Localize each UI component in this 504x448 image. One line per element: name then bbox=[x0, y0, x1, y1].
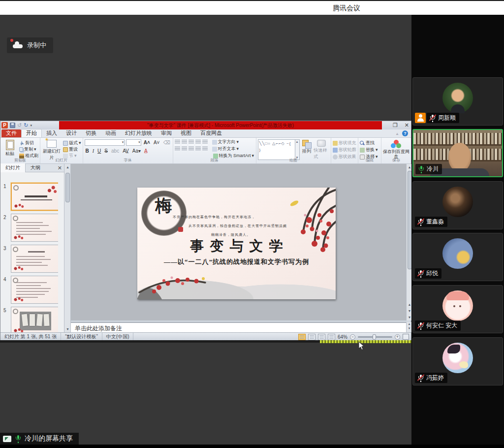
slide-thumbnail-2[interactable] bbox=[11, 214, 58, 242]
tab-file[interactable]: 文件 bbox=[1, 129, 21, 137]
taskbar-sliver bbox=[320, 340, 411, 343]
columns-icon[interactable] bbox=[202, 147, 208, 151]
align-text-button[interactable]: 对齐文本 ▾ bbox=[212, 146, 239, 152]
text-shadow-button[interactable]: abc bbox=[110, 148, 120, 154]
thumbnail-scrollbar[interactable]: ▲ ▼ bbox=[64, 164, 71, 332]
notes-pane[interactable]: 单击此处添加备注 bbox=[71, 322, 406, 332]
tab-animations[interactable]: 动画 bbox=[101, 129, 121, 137]
close-window-button[interactable]: ✕ bbox=[405, 122, 409, 129]
help-icon[interactable]: ? bbox=[402, 130, 408, 136]
align-right-icon[interactable] bbox=[189, 147, 194, 151]
align-left-icon[interactable] bbox=[175, 147, 180, 151]
strikethrough-button[interactable]: S bbox=[103, 148, 109, 154]
slide-canvas[interactable]: 梅 不畏严寒的梅在暮色中争艳，梅开在天寒地冻， 从不畏寒风凛冽，独自傲然绽放，在… bbox=[137, 188, 336, 299]
clear-formatting-button[interactable]: ⌫ bbox=[162, 139, 171, 146]
scroll-down-icon[interactable]: ▼ bbox=[64, 326, 71, 332]
tab-transitions[interactable]: 切换 bbox=[81, 129, 101, 137]
participant-tile-dong[interactable]: 董鑫淼 bbox=[412, 181, 503, 229]
font-name-combobox[interactable] bbox=[85, 139, 125, 146]
participant-tile-he[interactable]: 何安仁 安大 bbox=[412, 285, 503, 333]
cut-button[interactable]: 剪切 bbox=[19, 140, 38, 146]
avatar bbox=[442, 290, 473, 321]
tab-home[interactable]: 开始 bbox=[21, 129, 42, 137]
slideshow-view-button[interactable] bbox=[328, 334, 335, 340]
zoom-in-button[interactable]: + bbox=[395, 334, 400, 340]
save-to-baidu-button[interactable]: 保存到百度网盘 bbox=[383, 139, 410, 159]
text-direction-icon bbox=[212, 140, 217, 145]
grow-font-button[interactable]: A˄ bbox=[143, 139, 151, 146]
slide-thumbnail-3[interactable] bbox=[11, 245, 58, 273]
zoom-slider[interactable] bbox=[358, 336, 392, 338]
reset-icon bbox=[63, 147, 68, 152]
text-direction-button[interactable]: 文字方向 ▾ bbox=[212, 139, 239, 145]
reset-button[interactable]: 重设 bbox=[63, 147, 81, 152]
paste-button[interactable]: 粘贴 bbox=[2, 139, 18, 157]
shapes-gallery[interactable]: ╲╲□○ △⌐⌐◇ ~{ } bbox=[258, 139, 295, 160]
decrease-indent-icon[interactable] bbox=[189, 140, 194, 144]
shapes-gallery-scroll[interactable]: ▲▼ bbox=[295, 139, 300, 160]
panel-close-icon[interactable]: ✕ bbox=[58, 165, 62, 171]
normal-view-button[interactable] bbox=[298, 334, 306, 340]
thumb-number: 3 bbox=[3, 246, 10, 251]
collapse-ribbon-icon[interactable]: ▵ bbox=[396, 131, 398, 136]
align-center-icon[interactable] bbox=[182, 147, 187, 151]
line-spacing-icon[interactable] bbox=[202, 140, 208, 144]
slide-thumbnail-4[interactable] bbox=[11, 276, 58, 304]
replace-button[interactable]: 替换 ▾ bbox=[360, 147, 379, 153]
shape-fill-button[interactable]: 形状填充 bbox=[333, 140, 356, 146]
redo-icon[interactable]: ↻ bbox=[24, 122, 28, 128]
screen-share-label: 冷川的屏幕共享 bbox=[25, 434, 73, 443]
reading-view-button[interactable] bbox=[318, 334, 325, 340]
copy-button[interactable]: 复制 ▾ bbox=[19, 147, 38, 152]
increase-indent-icon[interactable] bbox=[195, 140, 201, 144]
recording-badge[interactable]: 录制中 bbox=[7, 37, 53, 53]
scroll-up-icon[interactable]: ▲ bbox=[64, 164, 71, 170]
panel-tab-outline[interactable]: 大纲 bbox=[26, 163, 45, 172]
thumbnail-scrollbar-handle[interactable] bbox=[65, 173, 70, 202]
italic-button[interactable]: I bbox=[92, 148, 95, 154]
restore-window-button[interactable]: ❐ bbox=[393, 122, 398, 129]
fit-to-window-button[interactable] bbox=[403, 334, 409, 340]
qat-dropdown-icon[interactable]: ▾ bbox=[30, 124, 32, 128]
quick-styles-button[interactable]: 快速样式 bbox=[314, 139, 329, 160]
justify-icon[interactable] bbox=[195, 147, 201, 151]
participant-tile-leng[interactable]: 冷川 bbox=[412, 129, 503, 177]
group-shape-effects: 形状填充 形状轮廓 形状效果 bbox=[331, 138, 358, 163]
find-button[interactable]: 查找 bbox=[360, 140, 379, 146]
zoom-out-button[interactable]: − bbox=[350, 334, 355, 340]
panel-tab-slides[interactable]: 幻灯片 bbox=[0, 163, 26, 172]
participant-name: 董鑫淼 bbox=[426, 218, 444, 226]
group-drawing: ╲╲□○ △⌐⌐◇ ~{ } ▲▼ 排列 快速样式 绘图 bbox=[256, 138, 331, 163]
layout-button[interactable]: 版式 ▾ bbox=[63, 140, 81, 146]
font-size-combobox[interactable] bbox=[126, 139, 141, 146]
save-icon[interactable] bbox=[10, 123, 15, 128]
participant-tile-zhou[interactable]: 周新顺 bbox=[412, 77, 503, 126]
change-case-button[interactable]: Aa▾ bbox=[131, 148, 142, 154]
slide-sorter-view-button[interactable] bbox=[308, 334, 315, 340]
tab-review[interactable]: 审阅 bbox=[157, 129, 176, 137]
underline-button[interactable]: U bbox=[96, 148, 102, 154]
character-spacing-button[interactable]: AV̲ bbox=[122, 148, 130, 154]
tab-view[interactable]: 视图 bbox=[176, 129, 196, 137]
bullets-icon[interactable] bbox=[175, 140, 180, 144]
font-color-button[interactable]: A̲ bbox=[143, 148, 149, 154]
arrange-button[interactable]: 排列 bbox=[301, 139, 313, 155]
bold-button[interactable]: B bbox=[85, 148, 90, 154]
participant-tile-qiu[interactable]: 邱悦 bbox=[412, 233, 503, 281]
participant-tile-feng[interactable]: 冯茹婷 bbox=[412, 337, 503, 385]
numbering-icon[interactable] bbox=[182, 140, 187, 144]
slide-title: 事变与文学 bbox=[137, 237, 336, 256]
participant-name: 冷川 bbox=[427, 165, 439, 173]
shrink-font-button[interactable]: A˅ bbox=[153, 139, 161, 146]
tab-baidu-netdisk[interactable]: 百度网盘 bbox=[196, 129, 226, 137]
tab-insert[interactable]: 插入 bbox=[42, 129, 62, 137]
zoom-slider-handle[interactable] bbox=[373, 334, 376, 340]
powerpoint-logo-icon[interactable]: P bbox=[1, 122, 8, 128]
tab-design[interactable]: 设计 bbox=[62, 129, 81, 137]
slide-thumbnail-5[interactable] bbox=[11, 307, 58, 332]
shape-effects-button[interactable]: 形状效果 bbox=[333, 154, 356, 160]
shape-outline-button[interactable]: 形状轮廓 bbox=[333, 147, 356, 153]
slide-thumbnail-1[interactable] bbox=[11, 183, 58, 211]
tab-slideshow[interactable]: 幻灯片放映 bbox=[121, 129, 157, 137]
undo-icon[interactable]: ↺ bbox=[17, 122, 22, 128]
